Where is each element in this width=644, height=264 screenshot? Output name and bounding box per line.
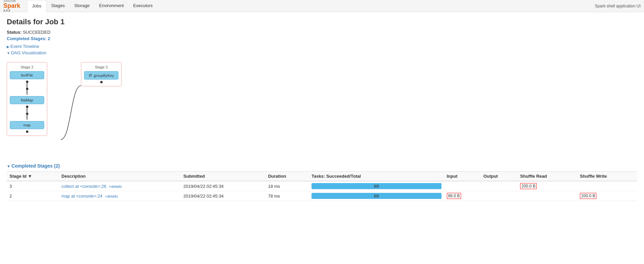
dag-stages: Stage 2 textFile flatMap [7, 62, 637, 153]
flatmap-box: flatMap [10, 96, 44, 104]
spark-logo: APACHE Spark 2.4.2 [3, 0, 20, 12]
table-row: 3 collect at <console>:26 +details 2019/… [7, 181, 637, 191]
completed-stages-label: Completed Stages: [7, 36, 47, 41]
brand: APACHE Spark 2.4.2 [3, 0, 20, 12]
header-row: Stage Id ▼ Description Submitted Duratio… [7, 172, 637, 181]
dot5 [26, 130, 28, 133]
table-body: 3 collect at <console>:26 +details 2019/… [7, 181, 637, 201]
cell-shuffle-read-3: 200.0 B [517, 181, 577, 191]
cell-description-3: collect at <console>:26 +details [59, 181, 181, 191]
dot1 [26, 81, 28, 83]
progress-text-3: 2/2 [312, 184, 441, 188]
cell-shuffle-write-3 [577, 181, 637, 191]
navbar: APACHE Spark 2.4.2 Jobs Stages Storage E… [0, 0, 644, 12]
tab-jobs[interactable]: Jobs [27, 0, 46, 12]
line3 [27, 108, 27, 113]
textfile-box: textFile [10, 71, 44, 79]
cell-description-2: map at <console>:24 +details [59, 191, 181, 201]
spark-version: 2.4.2 [3, 9, 20, 12]
table-row: 2 map at <console>:24 +details 2019/04/2… [7, 191, 637, 201]
line4 [27, 115, 27, 120]
dag-node-flatmap: flatMap [10, 96, 44, 120]
cell-shuffle-write-2: 200.0 B [577, 191, 637, 201]
col-input: Input [444, 172, 481, 181]
groupbykey-box: ⇄ groupByKey [84, 71, 118, 80]
status-value: SUCCEEDED [23, 30, 51, 35]
shuffle-read-value-3: 200.0 B [520, 183, 537, 189]
app-title: Spark shell application UI [595, 4, 641, 8]
dag-node-groupbykey: ⇄ groupByKey [84, 71, 118, 83]
progress-bar-2: 2/2 [312, 193, 441, 199]
cell-submitted-2: 2019/04/22 02:45:34 [181, 191, 265, 201]
cell-output-3 [481, 181, 517, 191]
dag-node-textfile: textFile [10, 71, 44, 95]
dot4 [26, 113, 28, 115]
completed-stages-info: Completed Stages: 2 [7, 36, 637, 41]
col-submitted: Submitted [181, 172, 265, 181]
progress-text-2: 2/2 [312, 194, 441, 198]
cell-duration-2: 78 ms [265, 191, 309, 201]
line1 [27, 83, 27, 88]
stages-table: Stage Id ▼ Description Submitted Duratio… [7, 171, 637, 201]
col-output: Output [481, 172, 517, 181]
stage2-label: Stage 2 [10, 65, 44, 69]
dag-toggle[interactable]: DAG Visualization [7, 50, 637, 55]
cell-submitted-3: 2019/04/22 02:45:34 [181, 181, 265, 191]
map-box: map [10, 121, 44, 129]
col-shuffle-write: Shuffle Write [577, 172, 637, 181]
dag-area: Stage 2 textFile flatMap [7, 59, 637, 156]
dot2 [26, 88, 28, 90]
dag-node-map: map [10, 121, 44, 133]
event-timeline-toggle[interactable]: Event Timeline [7, 44, 637, 49]
col-description: Description [59, 172, 181, 181]
cell-output-2 [481, 191, 517, 201]
completed-stages-link[interactable]: 2 [48, 36, 50, 41]
stage3-description-link[interactable]: collect at <console>:26 [61, 184, 106, 189]
cell-tasks-3: 2/2 [309, 181, 444, 191]
completed-stages-header[interactable]: Completed Stages (2) [7, 163, 637, 169]
main-content: Details for Job 1 Status: SUCCEEDED Comp… [0, 12, 644, 206]
cell-shuffle-read-2 [517, 191, 577, 201]
progress-bar-3: 2/2 [312, 183, 441, 189]
cell-input-2: 86.0 B [444, 191, 481, 201]
tab-stages[interactable]: Stages [47, 0, 70, 12]
page-title: Details for Job 1 [7, 18, 637, 26]
cell-stage-id-3: 3 [7, 181, 59, 191]
cell-input-3 [444, 181, 481, 191]
status-line: Status: SUCCEEDED [7, 30, 637, 35]
dot6 [100, 81, 103, 83]
dag-stage2: Stage 2 textFile flatMap [7, 62, 47, 136]
cross-stage-connector [61, 72, 81, 153]
tab-environment[interactable]: Environment [95, 0, 129, 12]
cell-duration-3: 18 ms [265, 181, 309, 191]
table-header: Stage Id ▼ Description Submitted Duratio… [7, 172, 637, 181]
tab-storage[interactable]: Storage [70, 0, 95, 12]
tab-executors[interactable]: Executors [129, 0, 158, 12]
dag-stage3: Stage 3 ⇄ groupByKey [81, 62, 122, 86]
status-label: Status: [7, 30, 22, 35]
stage2-description-link[interactable]: map at <console>:24 [61, 194, 102, 199]
stage2-details-link[interactable]: +details [105, 194, 118, 198]
spark-wordmark: Spark [3, 2, 20, 9]
cell-tasks-2: 2/2 [309, 191, 444, 201]
input-value-2: 86.0 B [447, 193, 461, 199]
stage3-details-link[interactable]: +details [109, 184, 122, 188]
line2 [27, 90, 27, 95]
nav-tabs: Jobs Stages Storage Environment Executor… [27, 0, 157, 12]
dot3 [26, 106, 28, 108]
col-stage-id[interactable]: Stage Id ▼ [7, 172, 59, 181]
col-tasks: Tasks: Succeeded/Total [309, 172, 444, 181]
cell-stage-id-2: 2 [7, 191, 59, 201]
shuffle-write-value-2: 200.0 B [580, 193, 596, 199]
col-duration: Duration [265, 172, 309, 181]
stage3-label: Stage 3 [84, 65, 118, 69]
col-shuffle-read: Shuffle Read [517, 172, 577, 181]
